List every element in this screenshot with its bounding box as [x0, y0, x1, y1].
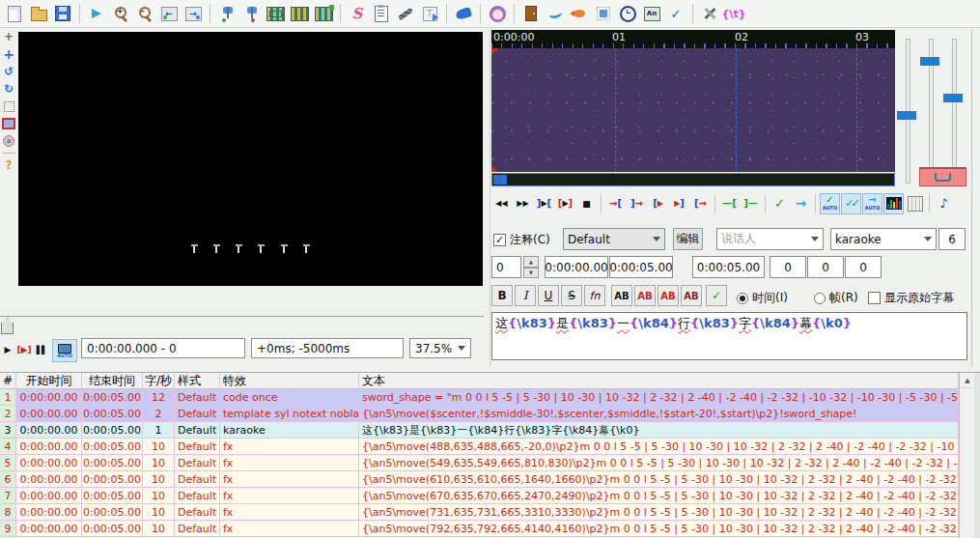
row-index[interactable]: 4 — [0, 439, 16, 455]
commit-edit-button[interactable]: ✓ — [706, 285, 727, 306]
insert-transform-icon[interactable]: {\t} — [723, 3, 744, 24]
shadow-color-button[interactable]: AB — [681, 285, 702, 306]
row-text[interactable]: {\an5\move(731,635,731,665,3310,3330)\p2… — [359, 504, 959, 521]
properties-icon[interactable] — [371, 3, 392, 24]
row-text[interactable]: {\an5\move(488,635,488,665,-20,0)\p2}m 0… — [359, 439, 959, 455]
auto-commit-toggle[interactable]: ✓AUTO — [820, 193, 840, 214]
row-style[interactable]: Default — [175, 504, 220, 521]
row-cps[interactable]: 10 — [143, 439, 175, 455]
layer-field[interactable]: 0 — [491, 256, 521, 278]
volume-slider[interactable] — [952, 39, 957, 184]
row-cps[interactable]: 10 — [143, 455, 175, 471]
translation-assistant-icon[interactable]: An — [641, 3, 662, 24]
play-first-500ms-button[interactable]: [▶ — [648, 193, 668, 214]
video-zoom-select[interactable]: 37.5% — [409, 338, 471, 358]
row-start-time[interactable]: 0:00:00.00 — [16, 406, 82, 422]
play-selection-button[interactable]: ]▶[ — [534, 193, 554, 214]
comment-checkbox[interactable]: 注释(C) — [493, 232, 550, 248]
row-style[interactable]: Default — [175, 406, 220, 422]
row-style[interactable]: Default — [175, 471, 220, 488]
seek-prev-icon[interactable]: ← — [158, 3, 180, 24]
row-end-time[interactable]: 0:00:05.00 — [82, 439, 143, 455]
bold-button[interactable]: B — [491, 285, 513, 306]
add-lead-in-button[interactable]: —[ — [719, 193, 740, 214]
jump-to-icon[interactable] — [86, 3, 107, 24]
row-style[interactable]: Default — [175, 439, 220, 455]
row-end-time[interactable]: 0:00:05.00 — [82, 488, 143, 504]
font-face-button[interactable]: fn — [584, 285, 605, 306]
video-frame-icon[interactable] — [289, 3, 310, 24]
auto-next-toggle[interactable]: ✓✓ — [841, 193, 861, 214]
row-index[interactable]: 2 — [0, 406, 16, 422]
italic-button[interactable]: I — [515, 285, 536, 306]
row-cps[interactable]: 1 — [143, 422, 175, 439]
spell-checker-icon[interactable]: ✓ — [665, 3, 686, 24]
video-play-icon[interactable]: ▶ — [2, 339, 14, 360]
zoom-in-icon[interactable]: + — [110, 3, 131, 24]
video-pause-icon[interactable]: ▌▌ — [35, 339, 48, 360]
row-index[interactable]: 7 — [0, 488, 16, 504]
row-cps[interactable]: 10 — [143, 488, 175, 504]
row-effect[interactable]: fx — [220, 488, 359, 504]
row-effect[interactable]: fx — [220, 471, 359, 488]
row-text[interactable]: sword_shape = "m 0 0 l 5 -5 | 5 -30 | 10… — [359, 389, 959, 406]
grid-scrollbar[interactable]: ▲ — [959, 373, 975, 538]
play-last-500ms-button[interactable]: ▶] — [669, 193, 689, 214]
row-cps[interactable]: 10 — [143, 504, 175, 521]
actor-select[interactable]: 说话人 — [716, 228, 824, 250]
karaoke-mode-button[interactable] — [919, 167, 966, 186]
music-note-icon[interactable]: ♪ — [934, 193, 954, 214]
rotate-xy-tool-icon[interactable]: ↻ — [1, 81, 16, 97]
table-row[interactable]: 4 0:00:00.00 0:00:05.00 10 Default fx {\… — [0, 439, 980, 455]
keyframe-start-icon[interactable] — [216, 3, 238, 24]
options-icon[interactable] — [699, 3, 720, 24]
shift-times-icon[interactable] — [617, 3, 638, 24]
video-offset-display[interactable]: +0ms; -5000ms — [251, 338, 404, 358]
row-start-time[interactable]: 0:00:00.00 — [16, 389, 82, 406]
audio-scrollbar[interactable] — [491, 173, 895, 186]
scroll-up-icon[interactable]: ▲ — [960, 373, 975, 388]
show-original-checkbox[interactable]: 显示原始字幕 — [868, 290, 954, 306]
row-cps[interactable]: 10 — [143, 521, 175, 537]
row-cps[interactable]: 10 — [143, 471, 175, 488]
video-play-line-icon[interactable]: [▶] — [14, 339, 35, 360]
row-start-time[interactable]: 0:00:00.00 — [16, 521, 82, 537]
automation-icon[interactable] — [453, 3, 474, 24]
row-text[interactable]: {\an5\move(549,635,549,665,810,830)\p2}m… — [359, 455, 959, 471]
primary-color-button[interactable]: AB — [611, 285, 632, 306]
open-file-icon[interactable] — [28, 3, 49, 24]
edit-style-button[interactable]: 编辑 — [673, 228, 703, 250]
scale-tool-icon[interactable] — [1, 99, 16, 114]
duration-field[interactable]: 0:00:05.00 — [692, 256, 765, 278]
snap-icon[interactable] — [593, 3, 614, 24]
table-row[interactable]: 9 0:00:00.00 0:00:05.00 10 Default fx {\… — [0, 521, 980, 537]
underline-button[interactable]: U — [538, 285, 559, 306]
go-to-selection-button[interactable]: → — [791, 193, 811, 214]
table-row[interactable]: 3 0:00:00.00 0:00:05.00 1 Default karaok… — [0, 422, 980, 439]
margin-vertical-field[interactable]: 0 — [845, 256, 882, 278]
table-row[interactable]: 6 0:00:00.00 0:00:05.00 10 Default fx {\… — [0, 471, 980, 488]
end-time-field[interactable]: 0:00:05.00 — [609, 256, 673, 278]
row-effect[interactable]: template syl notext noblank — [220, 406, 359, 422]
video-details-icon[interactable] — [265, 3, 286, 24]
row-style[interactable]: Default — [175, 422, 220, 439]
zoom-out-icon[interactable]: - — [134, 3, 155, 24]
drag-tool-icon[interactable]: + — [1, 46, 16, 62]
seek-track[interactable] — [0, 316, 484, 317]
row-index[interactable]: 8 — [0, 504, 16, 521]
time-mode-radio[interactable]: 时间(I) — [737, 290, 788, 306]
video-display[interactable] — [18, 32, 483, 286]
attachments-icon[interactable] — [395, 3, 416, 24]
commit-button[interactable]: ✓ — [770, 193, 790, 214]
kanji-timer-icon[interactable] — [487, 3, 508, 24]
table-row[interactable]: 5 0:00:00.00 0:00:05.00 10 Default fx {\… — [0, 455, 980, 471]
frame-mode-radio[interactable]: 帧(R) — [814, 290, 858, 306]
play-500ms-after-button[interactable]: [→ — [690, 193, 711, 214]
subtitle-text-editor[interactable]: 这{\k83}是{\k83}一{\k84}行{\k83}字{\k84}幕{\k0… — [491, 312, 967, 360]
secondary-color-button[interactable]: AB — [634, 285, 656, 306]
spectrum-analyzer-toggle[interactable] — [883, 193, 904, 214]
audio-scroll-thumb[interactable] — [493, 175, 507, 184]
add-lead-out-button[interactable]: ]— — [741, 193, 761, 214]
styles-manager-icon[interactable]: S — [347, 3, 368, 24]
audio-timeline-ruler[interactable]: 0:00:00 01 02 03 — [491, 30, 895, 48]
